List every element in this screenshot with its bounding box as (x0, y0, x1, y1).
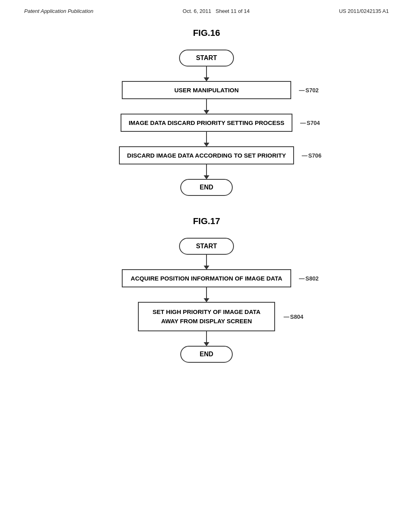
fig16-arrow-4 (206, 164, 207, 179)
fig17-title: FIG.17 (24, 216, 389, 227)
fig16-title: FIG.16 (24, 28, 389, 38)
header-publication-label: Patent Application Publication (24, 8, 94, 14)
fig16-arrow-2 (206, 99, 207, 114)
fig17-arrow-3 (206, 331, 207, 346)
header-patent-number: US 2011/0242135 A1 (339, 8, 389, 14)
fig16-s704: IMAGE DATA DISCARD PRIORITY SETTING PROC… (121, 114, 292, 132)
fig17-start: START (179, 238, 234, 255)
fig17-end-wrapper: END (180, 346, 233, 363)
page-header: Patent Application Publication Oct. 6, 2… (24, 8, 389, 16)
fig16-s706: DISCARD IMAGE DATA ACCORDING TO SET PRIO… (119, 146, 294, 164)
fig16-start: START (179, 50, 234, 66)
fig17-s804-line1: SET HIGH PRIORITY OF IMAGE DATA (146, 308, 267, 317)
fig16-s704-label: S704 (300, 120, 320, 126)
fig16-end: END (180, 179, 233, 196)
fig16-s702: USER MANIPULATION S702 (122, 81, 291, 99)
page: Patent Application Publication Oct. 6, 2… (0, 0, 413, 532)
fig16-start-wrapper: START (179, 50, 234, 66)
fig16-flowchart: START USER MANIPULATION S702 IMAGE DATA … (24, 50, 389, 196)
fig17-s804-label: S804 (284, 312, 303, 321)
fig16-s702-wrapper: USER MANIPULATION S702 (122, 81, 291, 99)
fig17-s804: SET HIGH PRIORITY OF IMAGE DATA AWAY FRO… (138, 302, 275, 331)
fig17-s802-label: S802 (299, 275, 319, 282)
header-date-sheet: Oct. 6, 2011 Sheet 11 of 14 (183, 8, 250, 14)
header-sheet: Sheet 11 of 14 (216, 8, 250, 14)
fig16-s706-wrapper: DISCARD IMAGE DATA ACCORDING TO SET PRIO… (119, 146, 294, 164)
fig16-s704-wrapper: IMAGE DATA DISCARD PRIORITY SETTING PROC… (121, 114, 292, 132)
fig16-arrow-1 (206, 66, 207, 81)
fig17-s804-wrapper: SET HIGH PRIORITY OF IMAGE DATA AWAY FRO… (138, 302, 275, 331)
fig17-s802-wrapper: ACQUIRE POSITION INFORMATION OF IMAGE DA… (122, 269, 291, 287)
fig17-arrow-2 (206, 287, 207, 302)
fig16-s706-label: S706 (302, 152, 321, 159)
fig17-end: END (180, 346, 233, 363)
header-date: Oct. 6, 2011 (183, 8, 211, 14)
fig16-arrow-3 (206, 132, 207, 146)
fig17-start-wrapper: START (179, 238, 234, 255)
fig17-s804-line2: AWAY FROM DISPLAY SCREEN (146, 317, 267, 326)
fig17-s802: ACQUIRE POSITION INFORMATION OF IMAGE DA… (122, 269, 291, 287)
fig17-arrow-1 (206, 255, 207, 269)
fig16-end-wrapper: END (180, 179, 233, 196)
fig17-flowchart: START ACQUIRE POSITION INFORMATION OF IM… (24, 238, 389, 363)
fig16-s702-label: S702 (299, 87, 319, 94)
